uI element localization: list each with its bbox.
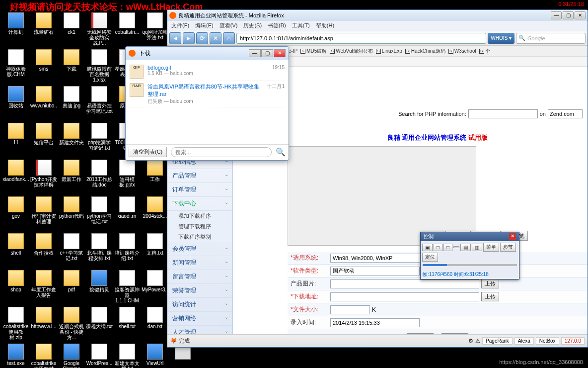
desktop-icon[interactable]: MyPower3... — [142, 270, 168, 305]
menu-item[interactable]: 编辑(E) — [195, 22, 214, 30]
media-titlebar[interactable]: 控制 ✕ — [421, 232, 519, 241]
download-item[interactable]: GIFbdlogo.gif1.5 KB — baidu.com19:15 — [130, 63, 285, 81]
back-button[interactable]: ◄ — [169, 32, 181, 44]
desktop-icon[interactable]: WordPres... — [86, 344, 113, 368]
desktop-icon[interactable]: python代码 — [58, 196, 85, 231]
desktop-icon[interactable]: 11 — [2, 123, 29, 158]
gear-icon[interactable]: ⚙ — [468, 338, 473, 344]
desktop-icon[interactable]: qq网址加密算法.txt — [142, 12, 168, 47]
desktop-icon[interactable]: 工作 — [142, 160, 168, 194]
time-input[interactable] — [330, 318, 420, 327]
desktop-icon[interactable]: cobaltstrike使用教材.zip — [2, 307, 29, 342]
media-button[interactable]: ▣ — [422, 244, 433, 251]
clear-list-button[interactable]: 清空列表(C) — [129, 147, 167, 157]
media-button[interactable]: 菜单 — [483, 243, 499, 252]
desktop-icon[interactable]: xiaodifank... — [2, 160, 29, 194]
img-input[interactable] — [330, 279, 479, 288]
home-button[interactable]: ⌂ — [223, 32, 235, 44]
desktop-icon[interactable]: 奥迪.jpg — [58, 86, 85, 121]
desktop-icon[interactable]: 流量矿石 — [30, 12, 57, 47]
minimize-button[interactable]: — — [551, 11, 562, 19]
bookmark-item[interactable]: SW3school — [448, 48, 476, 54]
desktop-icon[interactable]: 新建文本文档.txt — [114, 344, 141, 368]
desktop-icon[interactable]: ck1 — [58, 12, 85, 47]
desktop-icon[interactable]: 培训课程介绍.txt — [114, 233, 141, 268]
desktop-icon[interactable]: dan.txt — [142, 307, 168, 342]
search-icon[interactable]: 🔍 — [276, 147, 286, 157]
stop-button[interactable]: ✕ — [210, 32, 221, 44]
desktop-icon[interactable]: python学习笔记.txt — [86, 196, 113, 231]
url-input[interactable] — [330, 292, 479, 301]
desktop-icon[interactable]: 代码审计资料整理 — [30, 196, 57, 231]
bookmark-item[interactable]: SLinuxExp — [376, 48, 402, 54]
desktop-icon[interactable]: 按键精灵 — [86, 270, 113, 305]
php-search-input[interactable] — [468, 109, 538, 118]
media-button[interactable]: □ — [443, 244, 452, 251]
sidebar-item[interactable]: 留言管理⌄ — [167, 270, 232, 284]
desktop-icon[interactable]: 文档.txt — [142, 233, 168, 268]
desktop-icon[interactable]: 2004stck... — [142, 196, 168, 231]
alexa-badge[interactable]: Alexa — [514, 337, 534, 345]
sidebar-item[interactable]: 新闻管理⌄ — [167, 256, 232, 270]
desktop-icon[interactable]: 回收站 — [2, 86, 29, 121]
desktop-icon[interactable]: 短信平台 — [30, 123, 57, 158]
media-button[interactable]: 定位 — [422, 253, 438, 262]
desktop-icon[interactable]: Google Chrome — [58, 344, 85, 368]
desktop-icon[interactable]: 最新工作 — [58, 160, 85, 194]
firefox-titlebar[interactable]: 良精通用企业网站管理系统 - Mozilla Firefox — ▢ ✕ — [167, 10, 588, 21]
desktop-icon[interactable]: 迪科模板.pptx — [114, 160, 141, 194]
desktop-icon[interactable]: shop — [2, 270, 29, 305]
menu-item[interactable]: 帮助(H) — [316, 22, 334, 30]
media-button[interactable]: □ — [434, 244, 442, 251]
desktop-icon[interactable]: pdf — [58, 270, 85, 305]
desktop-icon[interactable]: test.exe — [2, 344, 29, 368]
desktop-icon[interactable]: 课程大纲.txt — [86, 307, 113, 342]
desktop-icon[interactable]: 近期台式机备份 - 快捷方... — [58, 307, 85, 342]
menu-item[interactable]: 查看(V) — [220, 22, 238, 30]
img-upload-button[interactable]: 上传 — [481, 279, 499, 288]
php-site-input[interactable] — [548, 109, 583, 118]
desktop-icon[interactable]: ViewUrl — [142, 344, 168, 368]
desktop-icon[interactable]: php挖洞学习笔记.txt — [86, 123, 113, 158]
dl-close-button[interactable]: ✕ — [274, 49, 286, 57]
menu-item[interactable]: 历史(S) — [243, 22, 262, 30]
desktop-icon[interactable]: 无线网络安全攻防实战.P... — [86, 12, 113, 47]
close-button[interactable]: ✕ — [575, 11, 586, 19]
bookmark-item[interactable]: SWebVul漏洞公布 — [330, 48, 372, 55]
media-control-panel[interactable]: 控制 ✕ ▣□□ ▤▥菜单步节定位 帧:1176/4560 时间:6:31/25… — [420, 232, 519, 279]
url-bar[interactable]: http://127.0.0.1:81/1/admin/default.asp — [236, 33, 486, 44]
sidebar-item[interactable]: 下载程序类别 — [167, 232, 232, 242]
desktop-icon[interactable]: 2013工作总结.doc — [86, 160, 113, 194]
desktop-icon[interactable]: 北斗培训课程安排.txt — [86, 233, 113, 268]
reload-button[interactable]: ⟳ — [196, 32, 208, 44]
media-button[interactable]: ▥ — [472, 244, 482, 251]
pagerank-badge[interactable]: PageRank — [482, 337, 513, 345]
desktop-icon[interactable]: gov — [2, 196, 29, 231]
maximize-button[interactable]: ▢ — [563, 11, 574, 19]
desktop-icon[interactable]: 易语言外挂学习笔记.txt — [86, 86, 113, 121]
dl-minimize-button[interactable]: — — [249, 49, 261, 57]
size-input[interactable] — [330, 305, 370, 314]
media-button[interactable] — [453, 246, 459, 248]
desktop-icon[interactable]: www.niubo... — [30, 86, 57, 121]
desktop-icon[interactable]: sms — [30, 49, 57, 84]
desktop-icon[interactable]: cobaltstrike使用教材 — [30, 344, 57, 368]
url-upload-button[interactable]: 上传 — [481, 292, 499, 301]
sidebar-item[interactable]: 添加下载程序 — [167, 211, 232, 221]
sidebar-item[interactable]: 下载中心⌄ — [167, 197, 232, 211]
search-box[interactable]: 🔍 Google — [516, 33, 586, 44]
desktop-icon[interactable]: [Python开发技术详解 — [30, 160, 57, 194]
media-close-button[interactable]: ✕ — [509, 233, 516, 240]
menu-item[interactable]: 文件(F) — [171, 22, 189, 30]
download-item[interactable]: RAR浴血凤凰VIP易语言教程共80节-HK共享吧收集整理.rar已失败 — b… — [130, 81, 285, 107]
desktop-icon[interactable]: shell — [2, 233, 29, 268]
sidebar-item[interactable]: 荣誉管理⌄ — [167, 284, 232, 298]
sidebar-item[interactable]: 管理下载程序 — [167, 221, 232, 232]
bookmark-item[interactable]: S个 — [479, 48, 490, 55]
desktop-icon[interactable]: 下载 — [58, 49, 85, 84]
desktop-icon[interactable]: xiaodi.rrr — [114, 196, 141, 231]
forward-button[interactable]: ► — [183, 32, 195, 44]
bookmark-item[interactable]: SMD5破解 — [300, 48, 327, 55]
desktop-icon[interactable]: 神器体验版.CHM — [2, 49, 29, 84]
whois-button[interactable]: WHOIS ▾ — [488, 33, 514, 44]
